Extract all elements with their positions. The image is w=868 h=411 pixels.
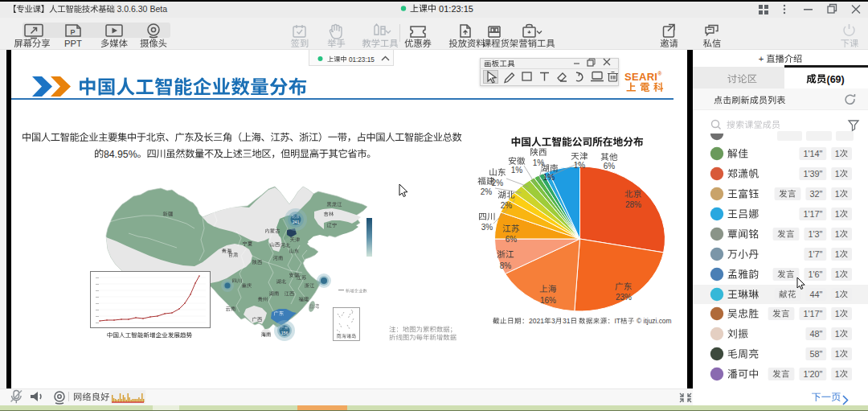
svg-text:1'6": 1'6" [808, 269, 822, 279]
svg-text:1'20": 1'20" [803, 369, 822, 379]
svg-text:44": 44" [809, 290, 822, 299]
svg-text:156: 156 [281, 331, 289, 335]
svg-text:1: 1 [835, 329, 840, 339]
svg-text:84.95%: 84.95% [104, 149, 137, 160]
svg-text:28%: 28% [625, 200, 641, 209]
svg-text:1'7": 1'7" [808, 249, 822, 259]
svg-text:1'3": 1'3" [808, 229, 822, 239]
svg-text:1: 1 [835, 309, 840, 319]
svg-text:PPT: PPT [64, 39, 82, 48]
svg-text:241: 241 [293, 220, 300, 224]
svg-text:©: © [637, 317, 642, 325]
svg-text:1: 1 [835, 189, 840, 199]
svg-text:2%: 2% [481, 187, 493, 196]
svg-text:1: 1 [835, 169, 840, 179]
svg-text:3: 3 [551, 317, 555, 325]
svg-text:1: 1 [835, 149, 840, 158]
svg-text:1: 1 [835, 249, 840, 259]
svg-text:1%: 1% [543, 173, 555, 182]
svg-text:23%: 23% [616, 293, 632, 302]
svg-text:1'17": 1'17" [803, 309, 822, 319]
svg-text:31: 31 [563, 317, 571, 325]
svg-text:6%: 6% [604, 162, 616, 171]
svg-text:8%: 8% [500, 261, 512, 270]
svg-text:1%: 1% [511, 166, 523, 175]
svg-text:1'14": 1'14" [803, 149, 822, 158]
svg-text:3%: 3% [481, 223, 493, 232]
svg-text:+: + [759, 54, 764, 64]
svg-text:1: 1 [835, 369, 840, 379]
svg-text:P: P [71, 28, 76, 36]
svg-text:1%: 1% [574, 161, 586, 170]
svg-text:itjuzi.com: itjuzi.com [644, 317, 672, 325]
svg-text:2021: 2021 [529, 317, 544, 325]
svg-text:1: 1 [835, 229, 840, 239]
svg-text:1'17": 1'17" [803, 209, 822, 219]
svg-text:Beta: Beta [149, 4, 167, 14]
svg-text:3.0.6.30: 3.0.6.30 [117, 4, 148, 14]
svg-text:1'39": 1'39" [803, 169, 822, 179]
svg-text:48": 48" [809, 329, 822, 339]
svg-text:2%: 2% [501, 201, 513, 210]
svg-text:01:23:15: 01:23:15 [349, 56, 375, 64]
svg-text:1: 1 [835, 349, 840, 359]
svg-text:2%: 2% [492, 179, 504, 187]
svg-text:58": 58" [809, 349, 822, 359]
svg-text:1: 1 [835, 209, 840, 219]
svg-text:(69): (69) [827, 74, 845, 85]
svg-text:01:23:15: 01:23:15 [439, 4, 473, 14]
svg-text:6%: 6% [506, 235, 518, 244]
svg-text:32": 32" [809, 189, 822, 199]
svg-text:16%: 16% [540, 296, 556, 305]
svg-text:1%: 1% [533, 158, 545, 167]
svg-text:1: 1 [835, 269, 840, 279]
svg-text:IT: IT [615, 317, 620, 325]
svg-text:1: 1 [835, 290, 840, 299]
